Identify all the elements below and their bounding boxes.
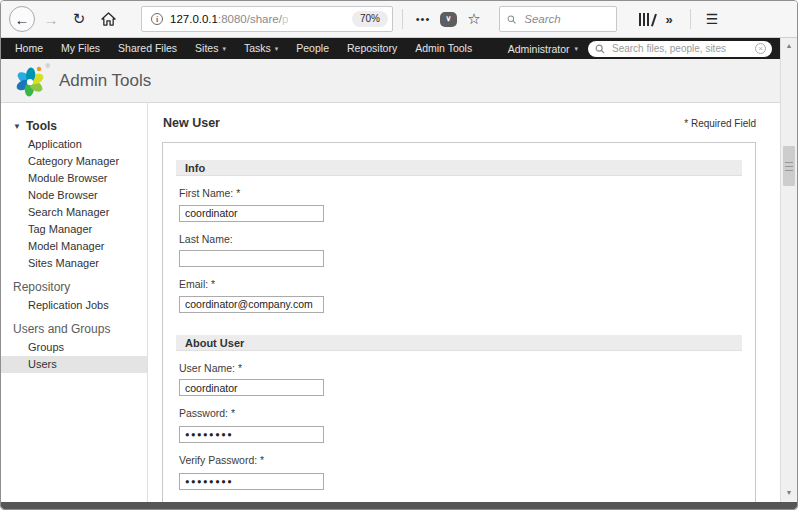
form-section-about-user: About UserUser Name: *Password: *Verify … bbox=[176, 335, 742, 491]
page-title: New User bbox=[163, 116, 220, 130]
nav-item-sites[interactable]: Sites ▾ bbox=[186, 38, 235, 59]
window-bottom-edge bbox=[1, 502, 797, 509]
browser-search-input[interactable] bbox=[522, 12, 609, 26]
field-label: Email: * bbox=[179, 278, 742, 290]
url-bar[interactable]: i 127.0.0.1:8080/share/p 70% bbox=[141, 6, 393, 32]
nav-item-admin-tools[interactable]: Admin Tools bbox=[406, 38, 481, 59]
scrollbar-thumb[interactable] bbox=[783, 146, 795, 186]
field-label: Last Name: bbox=[179, 233, 742, 245]
scrollbar-up-arrow[interactable]: ▲ bbox=[781, 38, 797, 53]
sidebar-item-category-manager[interactable]: Category Manager bbox=[1, 153, 147, 170]
input-first-name[interactable] bbox=[179, 205, 324, 222]
share-search-input[interactable] bbox=[610, 42, 750, 55]
nav-item-my-files[interactable]: My Files bbox=[52, 38, 109, 59]
input-user-name[interactable] bbox=[179, 379, 324, 396]
hamburger-menu-button[interactable]: ☰ bbox=[700, 11, 724, 27]
nav-item-repository[interactable]: Repository bbox=[338, 38, 406, 59]
nav-item-label: Tasks bbox=[244, 38, 271, 59]
nav-item-label: Repository bbox=[347, 38, 397, 59]
sidebar-item-users[interactable]: Users bbox=[1, 356, 147, 373]
url-text: 127.0.0.1:8080/share/p bbox=[170, 13, 288, 25]
library-icon[interactable] bbox=[639, 13, 657, 26]
required-field-note: * Required Field bbox=[684, 118, 756, 129]
overflow-chevron-button[interactable]: » bbox=[657, 12, 681, 27]
user-menu[interactable]: Administrator ▾ bbox=[498, 43, 588, 55]
caret-down-icon: ▾ bbox=[222, 38, 226, 59]
tree-collapse-icon: ▼ bbox=[13, 122, 21, 131]
field-verify-password: Verify Password: * bbox=[179, 454, 742, 490]
bookmark-star-button[interactable]: ☆ bbox=[463, 10, 485, 28]
nav-item-shared-files[interactable]: Shared Files bbox=[109, 38, 186, 59]
sidebar-item-groups[interactable]: Groups bbox=[1, 339, 147, 356]
browser-window: ← → ↻ i 127.0.0.1:8080/share/p 70% ••• ∨… bbox=[0, 0, 798, 510]
search-icon bbox=[507, 14, 516, 25]
reload-button[interactable]: ↻ bbox=[67, 10, 91, 28]
nav-item-people[interactable]: People bbox=[287, 38, 338, 59]
forward-button[interactable]: → bbox=[39, 11, 63, 28]
nav-item-home[interactable]: Home bbox=[6, 38, 52, 59]
pocket-chevron-icon: ∨ bbox=[446, 15, 452, 23]
ellipsis-icon: ••• bbox=[416, 13, 431, 25]
share-search-box: × bbox=[588, 41, 772, 57]
sidebar-item-replication-jobs[interactable]: Replication Jobs bbox=[1, 297, 147, 314]
nav-item-label: Home bbox=[15, 38, 43, 59]
input-email[interactable] bbox=[179, 296, 324, 313]
alfresco-logo: ® bbox=[13, 64, 47, 98]
page-scrollbar[interactable]: ▲ ▼ bbox=[780, 38, 797, 509]
forward-icon: → bbox=[44, 11, 59, 28]
nav-item-label: Shared Files bbox=[118, 38, 177, 59]
url-path: :8080/share/ bbox=[218, 13, 282, 25]
user-menu-label: Administrator bbox=[508, 43, 570, 55]
sidebar-group-tools[interactable]: ▼Tools bbox=[1, 117, 147, 136]
sidebar-item-model-manager[interactable]: Model Manager bbox=[1, 238, 147, 255]
field-user-name: User Name: * bbox=[179, 362, 742, 397]
home-icon bbox=[101, 12, 116, 26]
nav-item-label: Admin Tools bbox=[415, 38, 472, 59]
sidebar-item-application[interactable]: Application bbox=[1, 136, 147, 153]
field-first-name: First Name: * bbox=[179, 187, 742, 222]
app-title: Admin Tools bbox=[59, 71, 151, 91]
nav-item-tasks[interactable]: Tasks ▾ bbox=[235, 38, 287, 59]
sidebar-group-users-and-groups: Users and Groups bbox=[1, 314, 147, 339]
input-password[interactable] bbox=[179, 426, 324, 443]
section-header-info: Info bbox=[176, 160, 742, 176]
chevrons-icon: » bbox=[665, 12, 672, 27]
pocket-button[interactable]: ∨ bbox=[440, 12, 457, 27]
hamburger-icon: ☰ bbox=[706, 11, 719, 27]
back-button[interactable]: ← bbox=[9, 6, 35, 32]
toolbar-separator bbox=[402, 9, 403, 29]
nav-item-label: Sites bbox=[195, 38, 218, 59]
content-area: ▼ToolsApplicationCategory ManagerModule … bbox=[1, 103, 780, 509]
app-header: ® Admin Tools bbox=[1, 59, 780, 103]
toolbar-separator bbox=[690, 9, 691, 29]
page-info-icon[interactable]: i bbox=[151, 13, 163, 25]
form-section-info: InfoFirst Name: *Last Name:Email: * bbox=[176, 160, 742, 313]
input-last-name[interactable] bbox=[179, 250, 324, 267]
browser-toolbar: ← → ↻ i 127.0.0.1:8080/share/p 70% ••• ∨… bbox=[1, 1, 797, 38]
search-clear-icon[interactable]: × bbox=[755, 43, 766, 54]
search-icon bbox=[595, 44, 605, 54]
sidebar-item-module-browser[interactable]: Module Browser bbox=[1, 170, 147, 187]
back-icon: ← bbox=[15, 11, 30, 28]
sidebar-item-tag-manager[interactable]: Tag Manager bbox=[1, 221, 147, 238]
sidebar-group-label: Tools bbox=[26, 119, 57, 133]
input-verify-password[interactable] bbox=[179, 473, 324, 490]
new-user-form: InfoFirst Name: *Last Name:Email: *About… bbox=[162, 142, 756, 509]
sidebar-item-search-manager[interactable]: Search Manager bbox=[1, 204, 147, 221]
share-nav-items: Home My Files Shared Files Sites ▾ Tasks… bbox=[6, 38, 481, 59]
home-button[interactable] bbox=[95, 12, 121, 26]
nav-item-label: My Files bbox=[61, 38, 100, 59]
field-label: Password: * bbox=[179, 407, 742, 419]
zoom-level-badge[interactable]: 70% bbox=[352, 11, 388, 27]
sidebar-item-sites-manager[interactable]: Sites Manager bbox=[1, 255, 147, 272]
form-sections: InfoFirst Name: *Last Name:Email: *About… bbox=[176, 160, 742, 490]
share-nav-bar: Home My Files Shared Files Sites ▾ Tasks… bbox=[1, 38, 780, 59]
caret-down-icon: ▾ bbox=[574, 45, 578, 53]
sidebar-item-node-browser[interactable]: Node Browser bbox=[1, 187, 147, 204]
field-password: Password: * bbox=[179, 407, 742, 443]
section-header-about-user: About User bbox=[176, 335, 742, 351]
scrollbar-down-arrow[interactable]: ▼ bbox=[781, 485, 797, 500]
field-label: User Name: * bbox=[179, 362, 742, 374]
url-tail: p bbox=[282, 13, 288, 25]
page-actions-button[interactable]: ••• bbox=[412, 13, 434, 25]
